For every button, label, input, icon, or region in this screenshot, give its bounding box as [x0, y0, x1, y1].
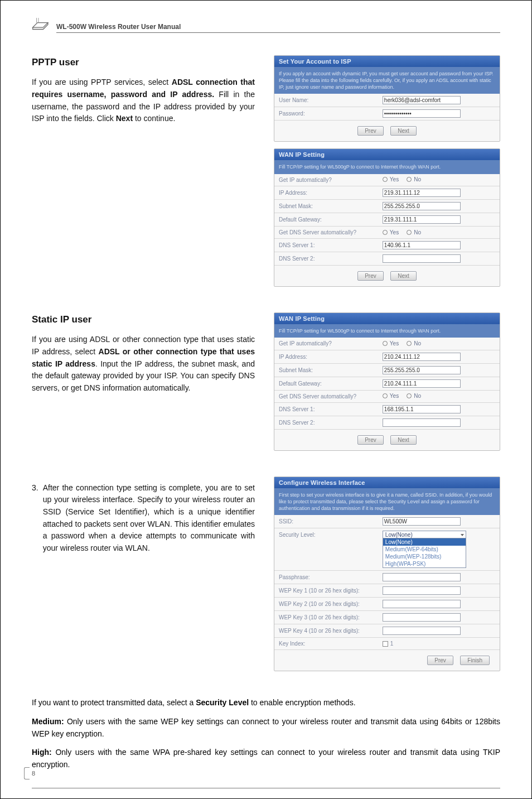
passphrase-label: Passphrase: — [274, 571, 378, 584]
security-level-label: Security Level: — [274, 528, 378, 571]
wan-ip-card-2: WAN IP Setting Fill TCP/IP setting for W… — [274, 312, 500, 451]
wan2-ip-input[interactable] — [383, 353, 461, 361]
bottom-p3: High: Only users with the same WPA pre-s… — [32, 747, 500, 771]
wifi-desc: First step to set your wireless interfac… — [274, 488, 500, 515]
wan1-dns2-label: DNS Server 2: — [274, 252, 378, 266]
wan1-prev-button[interactable]: Prev — [357, 271, 384, 281]
wan1-dns1-label: DNS Server 1: — [274, 239, 378, 252]
pptp-heading: PPTP user — [32, 55, 255, 70]
step3-number: 3. — [32, 482, 38, 555]
wan2-ip-label: IP Address: — [274, 350, 378, 363]
wan1-dns1-input[interactable] — [383, 241, 461, 249]
wan2-mask-input[interactable] — [383, 366, 461, 374]
wan1-dns2-input[interactable] — [383, 254, 461, 263]
wan-ip-card-1: WAN IP Setting Fill TCP/IP setting for W… — [274, 148, 500, 287]
security-option-wep128[interactable]: Medium(WEP-128bits) — [383, 553, 466, 560]
wan2-desc: Fill TCP/IP setting for WL500gP to conne… — [274, 324, 500, 338]
wepkey1-label: WEP Key 1 (10 or 26 hex digits): — [274, 584, 378, 598]
router-logo-icon — [32, 17, 51, 32]
security-option-wep64[interactable]: Medium(WEP-64bits) — [383, 546, 466, 553]
keyindex-checkbox[interactable] — [383, 641, 388, 647]
wepkey4-label: WEP Key 4 (10 or 26 hex digits): — [274, 624, 378, 638]
wepkey2-label: WEP Key 2 (10 or 26 hex digits): — [274, 598, 378, 611]
wan1-ip-input[interactable] — [383, 189, 461, 197]
wan1-title: WAN IP Setting — [274, 149, 500, 160]
wan2-dns2-label: DNS Server 2: — [274, 416, 378, 429]
wan1-next-button[interactable]: Next — [390, 271, 417, 281]
wan1-ip-label: IP Address: — [274, 186, 378, 200]
wan2-next-button[interactable]: Next — [390, 435, 417, 445]
password-label: Password: — [274, 107, 378, 121]
page-header: WL-500W Wireless Router User Manual — [32, 17, 500, 33]
passphrase-input[interactable] — [383, 573, 461, 581]
account-card: Set Your Account to ISP If you apply an … — [274, 55, 500, 142]
security-option-low[interactable]: Low(None) — [383, 538, 466, 546]
wepkey1-input[interactable] — [383, 586, 461, 595]
username-label: User Name: — [274, 94, 378, 107]
wan2-dns1-input[interactable] — [383, 405, 461, 413]
page-number: 8 — [24, 767, 43, 781]
wan2-mask-label: Subnet Mask: — [274, 363, 378, 377]
wifi-title: Configure Wireless Interface — [274, 477, 500, 488]
keyindex-value: 1 — [390, 641, 394, 647]
header-divider: WL-500W Wireless Router User Manual — [56, 21, 500, 33]
wan2-gw-label: Default Gateway: — [274, 377, 378, 390]
wireless-config-card: Configure Wireless Interface First step … — [274, 476, 500, 671]
wan1-auto-label: Get IP automatically? — [274, 174, 378, 186]
security-option-wpapsk[interactable]: High(WPA-PSK) — [383, 560, 466, 567]
bottom-p1: If you want to protect transmitted data,… — [32, 697, 500, 709]
wan1-desc: Fill TCP/IP setting for WL500gP to conne… — [274, 160, 500, 174]
ssid-label: SSID: — [274, 515, 378, 528]
static-heading: Static IP user — [32, 312, 255, 327]
page-container: WL-500W Wireless Router User Manual PPTP… — [0, 0, 532, 799]
username-input[interactable] — [383, 96, 461, 104]
wepkey3-label: WEP Key 3 (10 or 26 hex digits): — [274, 611, 378, 624]
security-level-options[interactable]: Low(None) Medium(WEP-64bits) Medium(WEP-… — [383, 538, 466, 568]
account-card-title: Set Your Account to ISP — [274, 56, 500, 67]
wifi-prev-button[interactable]: Prev — [427, 656, 453, 665]
wepkey3-input[interactable] — [383, 613, 461, 622]
ssid-input[interactable] — [383, 517, 461, 526]
wan2-auto-no-radio[interactable]: No — [407, 340, 421, 346]
wan2-title: WAN IP Setting — [274, 313, 500, 324]
password-input[interactable] — [383, 109, 461, 118]
wepkey2-input[interactable] — [383, 600, 461, 608]
wan1-auto-yes-radio[interactable]: Yes — [383, 176, 399, 182]
static-body: If you are using ADSL or other connectio… — [32, 334, 255, 394]
pptp-body: If you are using PPTP services, select A… — [32, 76, 255, 125]
account-card-desc: If you apply an account with dynamic IP,… — [274, 67, 500, 94]
wan1-dnsauto-yes-radio[interactable]: Yes — [383, 229, 399, 235]
wan2-prev-button[interactable]: Prev — [357, 435, 384, 445]
wan1-mask-input[interactable] — [383, 202, 461, 210]
wan2-dnsauto-yes-radio[interactable]: Yes — [383, 393, 399, 399]
wan2-gw-input[interactable] — [383, 379, 461, 388]
wan2-dns2-input[interactable] — [383, 418, 461, 427]
wan2-auto-label: Get IP automatically? — [274, 338, 378, 350]
wan2-dnsauto-label: Get DNS Server automatically? — [274, 390, 378, 402]
prev-button[interactable]: Prev — [357, 126, 384, 136]
wan1-dnsauto-label: Get DNS Server automatically? — [274, 227, 378, 239]
wan1-mask-label: Subnet Mask: — [274, 200, 378, 213]
product-title: WL-500W Wireless Router User Manual — [56, 23, 181, 31]
wifi-finish-button[interactable]: Finish — [460, 656, 490, 665]
security-level-select[interactable]: Low(None) — [383, 531, 466, 538]
step3-body: After the connection type setting is com… — [43, 482, 255, 555]
keyindex-label: Key Index: — [274, 638, 378, 650]
bottom-p2: Medium: Only users with the same WEP key… — [32, 716, 500, 740]
wan2-dns1-label: DNS Server 1: — [274, 402, 378, 416]
wan1-gw-label: Default Gateway: — [274, 213, 378, 227]
wan1-dnsauto-no-radio[interactable]: No — [407, 229, 421, 235]
wan1-auto-no-radio[interactable]: No — [407, 176, 421, 182]
next-button[interactable]: Next — [390, 126, 417, 136]
wepkey4-input[interactable] — [383, 627, 461, 635]
wan2-dnsauto-no-radio[interactable]: No — [407, 393, 421, 399]
wan2-auto-yes-radio[interactable]: Yes — [383, 340, 399, 346]
wan1-gw-input[interactable] — [383, 215, 461, 224]
footer-divider — [32, 788, 500, 788]
